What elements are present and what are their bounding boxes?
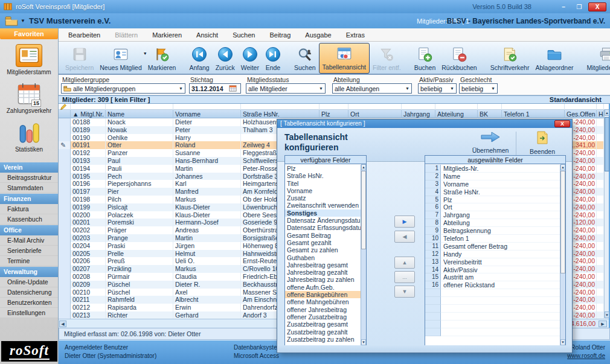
selected-field-row[interactable]: 16offener Rückstand <box>425 281 560 289</box>
available-field-item[interactable]: Jahresbeitrag gezahlt <box>285 269 361 276</box>
available-field-item[interactable]: Plz <box>285 165 361 172</box>
sidebar-section-verein[interactable]: Verein <box>0 162 58 173</box>
column-header-abteilung[interactable]: Abteilung <box>435 110 478 118</box>
hscroll-right-icon[interactable]: ▶ <box>599 321 607 327</box>
toolbar-button-weiter[interactable]: Weiter <box>238 43 262 74</box>
toolbar-button-suchen[interactable]: Suchen <box>291 43 319 74</box>
selected-field-row[interactable]: 5Plz <box>425 196 560 204</box>
scroll-up-icon[interactable]: ▲ <box>361 164 366 170</box>
scroll-up-icon[interactable]: ▲ <box>560 164 565 170</box>
scroll-up-icon[interactable]: ▲ <box>605 109 609 116</box>
filter-abteilung-select[interactable]: alle Abteilungen▼ <box>332 83 412 94</box>
selected-field-row[interactable]: 8Abteilung <box>425 219 560 227</box>
menu-extras[interactable]: Extras <box>346 31 365 39</box>
available-field-item[interactable]: offene Mahngebühren <box>285 298 361 305</box>
available-field-item[interactable]: offener Zusatzbeitrag <box>285 313 361 321</box>
available-field-item[interactable]: Zusatzbeitrag gezahlt <box>285 328 361 336</box>
available-field-item[interactable]: Sonstiges <box>285 209 361 217</box>
available-field-item[interactable]: Gesamt zu zahlen <box>285 246 361 254</box>
column-header-selector[interactable] <box>59 110 71 118</box>
dialog-close-icon[interactable]: X <box>554 120 570 127</box>
vertical-scrollbar[interactable]: ▲ ▼ <box>604 110 609 318</box>
chevron-down-icon[interactable]: ▼ <box>316 86 323 91</box>
move-right-button[interactable]: ▶ <box>394 216 415 228</box>
available-field-item[interactable]: Straße HsNr. <box>285 172 361 179</box>
column-header-telefon1[interactable]: Telefon 1 <box>502 110 565 118</box>
scroll-down-icon[interactable]: ▼ <box>605 311 609 318</box>
selected-field-row[interactable]: 1Mitglieds-Nr. <box>425 165 560 173</box>
hscroll-left-icon[interactable]: ◀ <box>59 321 66 327</box>
selected-field-row[interactable]: 2Name <box>425 173 560 180</box>
sidebar-section-verwaltung[interactable]: Verwaltung <box>0 267 58 277</box>
menu-markieren[interactable]: Markieren <box>152 31 182 39</box>
sidebar-item-e-mail-archiv[interactable]: E-Mail Archiv <box>0 235 58 246</box>
dialog-caption[interactable]: [ Tabellenansicht konfigurieren ] X <box>277 120 572 128</box>
available-field-item[interactable]: Zusatzbeitrag gesamt <box>285 321 361 328</box>
available-field-item[interactable]: Jahresbeitrag gesamt <box>285 261 361 269</box>
menu-beitrag[interactable]: Beitrag <box>269 31 291 39</box>
selected-fields-list[interactable]: ausgewählte Felder 1Mitglieds-Nr.2Name3V… <box>425 155 566 346</box>
selected-scrollbar[interactable]: ▲ ▼ <box>560 165 565 345</box>
selected-field-row[interactable]: 13Vereinsbeitritt <box>425 258 560 266</box>
sidebar-item-benutzerkonten[interactable]: Benutzerkonten <box>0 298 58 308</box>
available-field-item[interactable]: Datensatz Änderungsdatum <box>285 217 361 224</box>
toolbar-button-mitgliederliste[interactable]: Mitgliederliste▼ <box>583 43 610 74</box>
toolbar-button-schriftverkehr[interactable]: Schriftverkehr <box>487 43 533 74</box>
sidebar-section-office[interactable]: Office <box>0 225 58 235</box>
available-field-item[interactable]: Jahresbeitrag zu zahlen <box>285 276 361 283</box>
column-header-ort[interactable]: Ort <box>348 110 402 118</box>
sidebar-item-serienbriefe[interactable]: Serienbriefe <box>0 246 58 256</box>
filter-aktiv-passiv-select[interactable]: beliebig▼ <box>418 83 457 94</box>
selected-field-row[interactable]: 6Ort <box>425 203 560 211</box>
sidebar-item-online-update[interactable]: Online-Update <box>0 277 58 287</box>
column-header-bk[interactable]: BK <box>478 110 502 118</box>
column-header-plz[interactable]: Plz <box>319 110 348 118</box>
toolbar-button-anfang[interactable]: Anfang <box>186 43 212 74</box>
scroll-down-icon[interactable]: ▼ <box>361 339 366 345</box>
toolbar-button-rueckbuchen[interactable]: Rückbuchen <box>438 43 480 74</box>
sidebar-item-datensicherung[interactable]: Datensicherung <box>0 287 58 298</box>
available-field-item[interactable]: offene Bankgebühren <box>285 291 361 298</box>
sidebar-item-stammdaten[interactable]: Stammdaten <box>0 183 58 193</box>
available-field-item[interactable]: Vorname <box>285 187 361 194</box>
toolbar-button-tabellenansicht[interactable]: Tabellenansicht <box>319 43 370 74</box>
menu-bearbeiten[interactable]: Bearbeiten <box>68 31 100 39</box>
menu-suchen[interactable]: Suchen <box>233 31 255 39</box>
available-field-item[interactable]: Guthaben <box>285 254 361 261</box>
sidebar-item-faktura[interactable]: Faktura <box>0 204 58 214</box>
selected-field-row[interactable]: 11Gesamt offener Betrag <box>425 243 560 251</box>
column-header-mitglnr[interactable]: ▲ Mitgl.Nr. <box>71 110 106 118</box>
sidebar-item-zahlungsverkehr[interactable]: 15Zahlungsverkehr <box>0 78 58 117</box>
maximize-button[interactable]: ❐ <box>573 2 586 11</box>
minimize-button[interactable]: – <box>557 2 570 11</box>
table-filter-row[interactable] <box>59 104 609 110</box>
sidebar-item-kassenbuch[interactable]: Kassenbuch <box>0 214 58 225</box>
toolbar-button-neues-mitglied[interactable]: Neues Mitglied▼ <box>97 43 144 74</box>
chevron-down-icon[interactable]: ▼ <box>403 86 409 91</box>
available-field-item[interactable]: offener Jahresbeitrag <box>285 306 361 313</box>
column-header-strasse[interactable]: Straße HsNr. <box>241 110 319 118</box>
available-field-item[interactable]: Datensatz Erfassungsdatum <box>285 224 361 231</box>
available-field-item[interactable]: Gesamt gezahlt <box>285 239 361 246</box>
toolbar-button-buchen[interactable]: Buchen <box>411 43 439 74</box>
toolbar-button-ende[interactable]: Ende <box>262 43 284 74</box>
chevron-down-icon[interactable]: ▼ <box>176 86 183 91</box>
column-header-gesoffen[interactable]: Ges.Offen <box>565 110 597 118</box>
available-field-item[interactable]: Zweitanschrift verwenden <box>285 202 361 209</box>
dialog-beenden-button[interactable]: Beenden <box>521 130 563 155</box>
selected-field-row[interactable]: 4Straße HsNr. <box>425 188 560 196</box>
filter-mitgliedergruppe-select[interactable]: alle Mitgliedergruppen▼ <box>61 83 185 94</box>
column-header-handy[interactable]: Handy <box>597 110 604 118</box>
toolbar-button-markieren[interactable]: Markieren <box>145 43 179 74</box>
selected-field-row[interactable]: 10Telefon 1 <box>425 235 560 243</box>
toolbar-button-ablageordner[interactable]: Ablageordner <box>532 43 576 74</box>
sidebar-item-einstellungen[interactable]: Einstellungen <box>0 308 58 318</box>
available-field-item[interactable]: Gesamt Beitrag <box>285 232 361 239</box>
menu-ansicht[interactable]: Ansicht <box>196 31 218 39</box>
scrollbar-thumb[interactable] <box>605 117 609 171</box>
selected-field-row[interactable]: 9Beitragskennung <box>425 227 560 235</box>
chevron-down-icon[interactable]: ▼ <box>448 86 454 91</box>
sidebar-item-statistiken[interactable]: Statistiken <box>0 117 58 155</box>
available-field-item[interactable]: Titel <box>285 180 361 187</box>
available-scrollbar[interactable]: ▲ ▼ <box>361 165 366 345</box>
